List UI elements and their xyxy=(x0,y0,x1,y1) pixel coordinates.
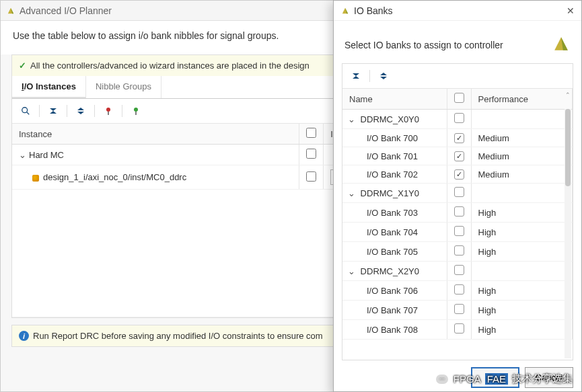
scrollbar[interactable] xyxy=(565,109,571,358)
scroll-up-icon[interactable]: ⌃ xyxy=(565,90,571,100)
group-checkbox[interactable] xyxy=(454,265,464,275)
separator xyxy=(67,105,67,117)
bank-performance: High xyxy=(471,281,573,301)
separator xyxy=(94,105,95,117)
bank-name: I/O Bank 704 xyxy=(342,223,447,242)
bank-performance: High xyxy=(471,320,573,340)
tab-io-instances[interactable]: I/O Instances xyxy=(12,76,86,98)
col-instance[interactable]: Instance xyxy=(12,124,299,145)
bank-name: I/O Bank 708 xyxy=(342,320,447,340)
bank-name: I/O Bank 706 xyxy=(342,281,447,301)
svg-marker-19 xyxy=(380,77,387,79)
svg-marker-6 xyxy=(77,108,84,110)
bank-performance: High xyxy=(471,242,573,262)
bank-row[interactable]: I/O Bank 702Medium xyxy=(342,165,573,184)
svg-point-8 xyxy=(106,108,110,112)
col-checkbox-header[interactable] xyxy=(299,124,324,145)
col-select-all[interactable] xyxy=(447,89,471,110)
bank-row[interactable]: I/O Bank 701Medium xyxy=(342,147,573,165)
info-icon: i xyxy=(19,331,29,341)
dialog-toolbar xyxy=(342,64,573,89)
collapse-all-icon[interactable] xyxy=(45,103,61,119)
app-logo-icon xyxy=(552,34,571,55)
bank-name: I/O Bank 705 xyxy=(342,242,447,262)
bank-checkbox[interactable] xyxy=(454,284,464,295)
bank-checkbox[interactable] xyxy=(454,304,464,314)
close-icon[interactable]: ✕ xyxy=(567,5,575,16)
instance-name: design_1_i/axi_noc_0/inst/MC0_ddrc xyxy=(43,172,186,182)
bank-checkbox[interactable] xyxy=(454,206,464,217)
app-logo-icon xyxy=(6,6,15,15)
chevron-down-icon[interactable]: ⌄ xyxy=(19,150,26,160)
instance-checkbox[interactable] xyxy=(306,171,316,182)
bank-checkbox[interactable] xyxy=(454,169,464,180)
bank-group-row[interactable]: ⌄ DDRMC_X1Y0 xyxy=(342,184,573,203)
bank-group-row[interactable]: ⌄ DDRMC_X2Y0 xyxy=(342,262,573,281)
bank-name: I/O Bank 701 xyxy=(342,147,447,165)
chevron-down-icon[interactable]: ⌄ xyxy=(348,266,355,276)
tab-nibble-groups[interactable]: Nibble Groups xyxy=(86,76,161,98)
instance-icon xyxy=(32,175,39,182)
io-banks-table: Name Performance ⌄ DDRMC_X0Y0I/O Bank 70… xyxy=(342,89,573,340)
group-checkbox[interactable] xyxy=(454,187,464,197)
expand-all-icon[interactable] xyxy=(375,68,392,84)
bank-performance: Medium xyxy=(471,165,573,184)
bank-performance: Medium xyxy=(471,129,573,147)
bank-name: I/O Bank 702 xyxy=(342,165,447,184)
svg-line-3 xyxy=(27,112,30,115)
bank-row[interactable]: I/O Bank 707High xyxy=(342,301,573,320)
group-label: Hard MC xyxy=(29,150,64,160)
dialog-subtitle: Select IO banks to assign to controller xyxy=(344,40,503,50)
bank-row[interactable]: I/O Bank 706High xyxy=(342,281,573,301)
separator xyxy=(122,105,122,117)
col-name[interactable]: Name xyxy=(342,89,447,110)
unpin-icon[interactable] xyxy=(128,103,144,119)
bank-performance: Medium xyxy=(471,147,573,165)
col-performance[interactable]: Performance xyxy=(471,89,573,110)
bank-row[interactable]: I/O Bank 700Medium xyxy=(342,129,573,147)
group-checkbox[interactable] xyxy=(306,149,316,159)
bank-checkbox[interactable] xyxy=(454,151,464,161)
svg-point-2 xyxy=(22,108,28,113)
chevron-down-icon[interactable]: ⌄ xyxy=(348,188,355,198)
bank-name: I/O Bank 700 xyxy=(342,129,447,147)
bank-row[interactable]: I/O Bank 708High xyxy=(342,320,573,340)
window-title: Advanced I/O Planner xyxy=(20,5,112,16)
dialog-body: Name Performance ⌄ DDRMC_X0Y0I/O Bank 70… xyxy=(342,63,573,360)
check-icon: ✓ xyxy=(19,61,26,71)
bank-row[interactable]: I/O Bank 703High xyxy=(342,203,573,223)
expand-all-icon[interactable] xyxy=(73,103,89,119)
dialog-header: Select IO banks to assign to controller xyxy=(334,21,581,63)
watermark: ⋯ FPGA FAE技术分享选集 xyxy=(435,373,573,385)
svg-point-10 xyxy=(134,108,138,112)
svg-marker-17 xyxy=(353,76,359,79)
search-icon[interactable] xyxy=(17,103,34,119)
bank-performance: High xyxy=(471,203,573,223)
collapse-all-icon[interactable] xyxy=(348,68,364,84)
dialog-titlebar: IO Banks ✕ xyxy=(334,1,581,21)
bank-checkbox[interactable] xyxy=(454,133,464,143)
group-checkbox[interactable] xyxy=(454,113,464,123)
pin-icon[interactable] xyxy=(100,103,116,119)
chat-bubble-icon: ⋯ xyxy=(435,373,449,385)
bank-row[interactable]: I/O Bank 705High xyxy=(342,242,573,262)
bank-group-row[interactable]: ⌄ DDRMC_X0Y0 xyxy=(342,110,573,129)
dialog-title: IO Banks xyxy=(354,5,393,16)
select-all-checkbox[interactable] xyxy=(454,93,464,103)
io-banks-dialog: IO Banks ✕ Select IO banks to assign to … xyxy=(333,0,582,392)
bank-checkbox[interactable] xyxy=(454,245,464,256)
chevron-down-icon[interactable]: ⌄ xyxy=(348,114,355,124)
separator xyxy=(39,105,40,117)
bank-row[interactable]: I/O Bank 704High xyxy=(342,223,573,242)
svg-marker-18 xyxy=(380,73,387,75)
svg-marker-7 xyxy=(77,112,84,114)
bank-name: I/O Bank 703 xyxy=(342,203,447,223)
svg-marker-5 xyxy=(50,111,57,114)
svg-marker-16 xyxy=(353,73,359,76)
bank-checkbox[interactable] xyxy=(454,323,464,334)
svg-marker-4 xyxy=(50,108,57,111)
bank-name: I/O Bank 707 xyxy=(342,301,447,320)
scroll-thumb[interactable] xyxy=(565,109,571,186)
bank-checkbox[interactable] xyxy=(454,226,464,236)
footer-text: Run Report DRC before saving any modifie… xyxy=(33,331,323,341)
